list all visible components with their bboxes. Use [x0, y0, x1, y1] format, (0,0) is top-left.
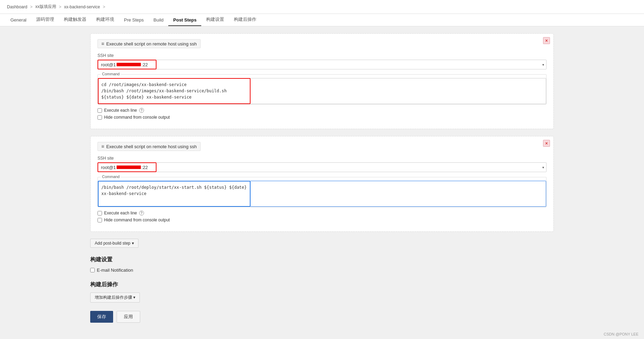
tab-source[interactable]: 源码管理: [31, 14, 59, 26]
main-content: ≡ Execute shell script on remote host us…: [0, 26, 644, 339]
card2-ssh-site-label: SSH site: [98, 156, 546, 161]
card1-ssh-suffix: :22: [142, 62, 148, 67]
card1-ssh-redacted: [117, 63, 141, 66]
card1-ssh-site-label: SSH site: [98, 53, 546, 58]
card1-title: Execute shell script on remote host usin…: [106, 41, 197, 46]
add-post-build-step-button[interactable]: Add post-build step ▾: [90, 239, 138, 248]
topbar: Dashboard > xx版填应用 > xx-backend-service …: [0, 0, 644, 14]
sep3: >: [103, 5, 105, 9]
card2-command-textarea[interactable]: /bin/bash /root/deploy/start/xx-start.sh…: [98, 181, 251, 207]
card1-close-button[interactable]: ×: [543, 37, 550, 44]
ssh-card-1: ≡ Execute shell script on remote host us…: [90, 33, 554, 129]
email-notification-checkbox[interactable]: [90, 268, 95, 272]
footer: CSDN @PONY LEE: [604, 332, 638, 336]
tab-build[interactable]: Build: [149, 15, 168, 26]
post-build-heading: 构建后操作: [90, 281, 554, 288]
add-step-label: Add post-build step: [95, 241, 130, 246]
tab-general[interactable]: General: [6, 15, 31, 26]
apply-button[interactable]: 应用: [117, 311, 140, 323]
card1-hide-command-row: Hide command from console output: [98, 115, 546, 120]
ssh-card-2: ≡ Execute shell script on remote host us…: [90, 136, 554, 232]
tabbar: General 源码管理 构建触发器 构建环境 Pre Steps Build …: [0, 14, 644, 26]
card2-title: Execute shell script on remote host usin…: [106, 144, 197, 149]
card1-execute-each-checkbox[interactable]: [98, 108, 102, 113]
card2-hide-command-checkbox[interactable]: [98, 218, 102, 222]
card2-hide-command-label: Hide command from console output: [104, 218, 170, 222]
tab-postbuild[interactable]: 构建后操作: [229, 14, 261, 26]
card2-ssh-dropdown-expand[interactable]: ▾: [156, 162, 546, 172]
tab-presteps[interactable]: Pre Steps: [119, 15, 149, 26]
card2-ssh-suffix: :22: [142, 165, 148, 170]
tab-env[interactable]: 构建环境: [91, 14, 119, 26]
card2-ssh-redacted: [117, 166, 141, 169]
card2-command-label: Command: [101, 175, 121, 179]
nav-service[interactable]: xx-backend-service: [64, 5, 100, 9]
email-notification-label: E-mail Notification: [97, 268, 133, 273]
card2-execute-each-row: Execute each line ?: [98, 211, 546, 215]
card2-close-button[interactable]: ×: [543, 140, 550, 147]
card1-command-label: Command: [101, 72, 121, 76]
card1-execute-help-icon[interactable]: ?: [139, 108, 144, 113]
card1-hide-command-checkbox[interactable]: [98, 115, 102, 120]
card2-ssh-site-selected[interactable]: root@1 :22: [98, 162, 156, 172]
card2-hide-command-row: Hide command from console output: [98, 218, 546, 222]
save-button[interactable]: 保存: [90, 311, 113, 323]
card1-command-textarea[interactable]: cd /root/images/xx-baskend-service /bin/…: [98, 78, 251, 104]
card2-command-right-area: [251, 181, 546, 207]
card2-dropdown-arrow: ▾: [542, 166, 544, 169]
card1-execute-each-row: Execute each line ?: [98, 108, 546, 113]
email-notification-row: E-mail Notification: [90, 268, 554, 273]
card1-hide-command-label: Hide command from console output: [104, 115, 170, 120]
bottom-buttons: 保存 应用: [90, 311, 554, 323]
card2-header: ≡ Execute shell script on remote host us…: [98, 142, 201, 151]
card1-ssh-prefix: root@1: [101, 62, 116, 67]
nav-dashboard[interactable]: Dashboard: [7, 5, 27, 9]
sep2: >: [59, 5, 61, 9]
card1-command-right-area: [251, 78, 546, 104]
card2-execute-help-icon[interactable]: ?: [139, 211, 144, 215]
card1-execute-each-label: Execute each line: [104, 108, 137, 113]
card2-drag-icon: ≡: [101, 144, 104, 149]
tab-poststeps[interactable]: Post Steps: [168, 15, 201, 26]
tab-triggers[interactable]: 构建触发器: [59, 14, 91, 26]
add-post-action-label: 增加构建后操作步骤 ▾: [95, 295, 135, 300]
add-post-action-button[interactable]: 增加构建后操作步骤 ▾: [90, 293, 140, 303]
sep1: >: [30, 5, 33, 9]
card1-ssh-dropdown-expand[interactable]: ▾: [156, 60, 546, 69]
add-step-arrow: ▾: [132, 241, 134, 246]
card2-execute-each-checkbox[interactable]: [98, 211, 102, 215]
card1-dropdown-arrow: ▾: [542, 63, 544, 67]
build-settings-heading: 构建设置: [90, 256, 554, 263]
tab-settings[interactable]: 构建设置: [201, 14, 229, 26]
nav-app[interactable]: xx版填应用: [35, 4, 56, 10]
card1-ssh-site-selected[interactable]: root@1 :22: [98, 60, 156, 69]
card2-ssh-prefix: root@1: [101, 165, 116, 170]
drag-icon: ≡: [101, 41, 104, 46]
card2-execute-each-label: Execute each line: [104, 211, 137, 215]
card1-header: ≡ Execute shell script on remote host us…: [98, 39, 201, 48]
